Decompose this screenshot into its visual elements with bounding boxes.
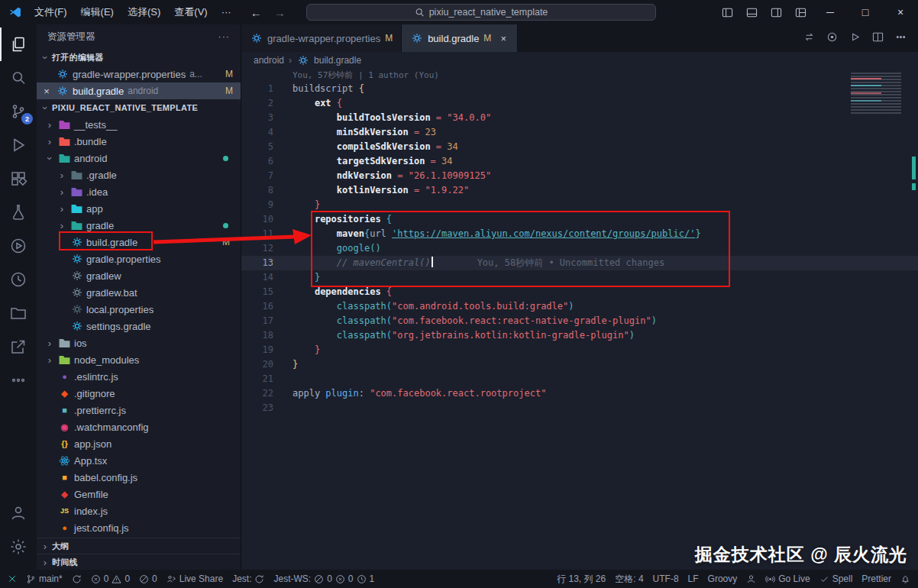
explorer-more-actions[interactable]: ··· [218,31,231,42]
problems-status[interactable]: 00 [86,570,134,588]
go-live-button[interactable]: Go Live [761,570,814,588]
tree-item-gradlew.bat[interactable]: ›gradlew.bat [37,284,241,301]
maximize-button[interactable]: □ [848,0,883,24]
code-line-1[interactable]: 1buildscript { [241,82,918,96]
cursor-position[interactable]: 行 13, 列 26 [552,570,610,588]
code-line-14[interactable]: 14 } [241,270,918,285]
editor-more-actions-icon[interactable] [895,31,907,46]
code-line-11[interactable]: 11 maven{url 'https://maven.aliyun.com/n… [241,227,918,241]
notifications-bell[interactable] [896,570,915,588]
toggle-sidebar-icon[interactable] [715,0,739,24]
source-control-icon[interactable]: 2 [0,95,37,128]
run-debug-icon[interactable] [0,128,37,162]
breadcrumb-folder[interactable]: android [254,55,284,66]
code-line-4[interactable]: 4 minSdkVersion = 23 [241,125,918,140]
code-line-23[interactable]: 23 [241,401,918,415]
outline-header[interactable]: › 大纲 [37,538,241,554]
extension-status[interactable] [742,570,761,588]
tree-item-.gradle[interactable]: ›.gradle [37,166,241,183]
open-editor-build.gradle[interactable]: ×build.gradleandroidM [37,82,241,99]
testing-icon[interactable] [0,195,37,229]
code-line-19[interactable]: 19 } [241,343,918,357]
menu-more[interactable]: ··· [215,3,238,21]
command-center-search[interactable]: pixiu_react_native_template [306,4,656,21]
indentation[interactable]: 空格: 4 [610,570,648,588]
code-line-8[interactable]: 8 kotlinVersion = "1.9.22" [241,183,918,198]
tree-item-settings.gradle[interactable]: ›settings.gradle [37,318,241,334]
explorer-icon[interactable] [0,27,37,61]
code-line-7[interactable]: 7 ndkVersion = "26.1.10909125" [241,169,918,183]
back-button[interactable]: ← [251,6,262,19]
source-control-compare-icon[interactable] [803,31,815,46]
tree-item-gradlew[interactable]: ›gradlew [37,267,241,284]
tree-item-App.tsx[interactable]: ›App.tsx [37,452,241,469]
code-line-22[interactable]: 22apply plugin: "com.facebook.react.root… [241,386,918,401]
timeline-icon[interactable] [0,263,37,296]
close-button[interactable]: × [883,0,918,24]
tree-item-app[interactable]: ›app [37,200,241,217]
code-line-15[interactable]: 15 dependencies { [241,285,918,299]
toggle-secondary-sidebar-icon[interactable] [764,0,788,24]
jest-status[interactable]: Jest: [228,570,269,588]
tree-item-.idea[interactable]: ›.idea [37,183,241,200]
code-line-3[interactable]: 3 buildToolsVersion = "34.0.0" [241,111,918,125]
code-line-12[interactable]: 12 google() [241,241,918,256]
menu-F[interactable]: 文件(F) [27,3,74,21]
secondary-problems-status[interactable]: 0 [134,570,162,588]
tree-item-node_modules[interactable]: ›node_modules [37,351,241,368]
code-line-10[interactable]: 10 repositories { [241,212,918,227]
close-editor-icon[interactable]: × [41,86,52,97]
menu-S[interactable]: 选择(S) [121,3,167,21]
tree-item-ios[interactable]: ›ios [37,334,241,351]
tree-item-.bundle[interactable]: ›.bundle [37,133,241,150]
run-circle-icon[interactable] [0,229,37,263]
minimize-button[interactable]: ─ [813,0,848,24]
live-share-button[interactable]: Live Share [162,570,228,588]
tree-item-Gemfile[interactable]: ›◆Gemfile [37,486,241,502]
code-line-18[interactable]: 18 classpath("org.jetbrains.kotlin:kotli… [241,328,918,343]
code-line-17[interactable]: 17 classpath("com.facebook.react:react-n… [241,314,918,328]
customize-layout-icon[interactable] [788,0,813,24]
code-line-21[interactable]: 21 [241,372,918,386]
minimap[interactable] [851,73,909,114]
tree-item-.eslintrc.js[interactable]: ›●.eslintrc.js [37,368,241,385]
search-sidebar-icon[interactable] [0,61,37,95]
git-branch-status[interactable]: main* [21,570,67,588]
code-line-6[interactable]: 6 targetSdkVersion = 34 [241,154,918,169]
menu-V[interactable]: 查看(V) [167,3,214,21]
code-editor[interactable]: You, 57秒钟前 | 1 author (You) 1buildscript… [241,69,918,570]
open-editor-gradle-wrapper.properties[interactable]: gradle-wrapper.propertiesa...M [37,66,241,82]
code-line-9[interactable]: 9 } [241,198,918,212]
tree-item-.watchmanconfig[interactable]: ›◉.watchmanconfig [37,418,241,435]
toggle-panel-icon[interactable] [739,0,764,24]
tree-item-gradle[interactable]: ›gradle [37,217,241,234]
code-line-5[interactable]: 5 compileSdkVersion = 34 [241,140,918,154]
project-root-header[interactable]: › PIXIU_REACT_NATIVE_TEMPLATE [37,99,241,116]
open-changes-icon[interactable] [826,31,838,46]
split-editor-icon[interactable] [872,31,884,46]
tree-item-app.json[interactable]: ›{}app.json [37,435,241,452]
code-line-16[interactable]: 16 classpath("com.android.tools.build:gr… [241,299,918,314]
tab-gradle-wrapper.properties[interactable]: gradle-wrapper.propertiesM [241,24,402,52]
menu-E[interactable]: 编辑(E) [74,3,121,21]
forward-button[interactable]: → [274,6,286,19]
tree-item-jest.confiq.js[interactable]: ›●jest.confiq.js [37,519,241,536]
remote-indicator[interactable] [3,570,21,588]
tab-build.gradle[interactable]: build.gradleM× [402,24,518,52]
spell-checker[interactable]: Spell [815,570,858,588]
code-line-20[interactable]: 20} [241,357,918,372]
tree-item-index.js[interactable]: ›JSindex.js [37,502,241,519]
language-mode[interactable]: Groovy [703,570,742,588]
encoding[interactable]: UTF-8 [648,570,684,588]
tree-item-build.gradle[interactable]: ›build.gradleM [37,234,241,250]
live-share-icon[interactable] [0,330,37,363]
sync-changes-button[interactable] [67,570,86,588]
timeline-header[interactable]: › 时间线 [37,554,241,570]
tree-item-babel.config.js[interactable]: ›■babel.config.js [37,469,241,486]
extensions-icon[interactable] [0,162,37,195]
tree-item-.prettierrc.js[interactable]: ›■.prettierrc.js [37,402,241,418]
tree-item-__tests__[interactable]: ›__tests__ [37,116,241,133]
close-tab-icon[interactable]: × [498,33,509,44]
code-line-13[interactable]: 13 // mavenCentral()You, 58秒钟前 • Uncommi… [241,256,918,270]
more-views-icon[interactable] [0,363,37,397]
